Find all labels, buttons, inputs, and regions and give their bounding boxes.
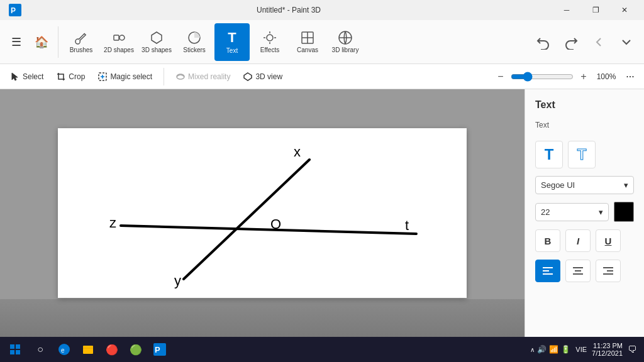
language-indicator[interactable]: VIE: [575, 346, 587, 353]
label-y: y: [174, 273, 181, 288]
view-3d-label: 3D view: [255, 72, 282, 81]
taskbar-search[interactable]: ○: [29, 338, 52, 361]
tool-text[interactable]: T Text: [214, 23, 250, 61]
crop-tool[interactable]: Crop: [51, 69, 90, 84]
tool-3d-shapes[interactable]: 3D shapes: [139, 23, 174, 61]
svg-text:P: P: [155, 345, 160, 354]
color-picker[interactable]: [614, 202, 634, 222]
drawing-canvas[interactable]: x y z O t: [58, 128, 467, 298]
tray-battery[interactable]: 🔋: [561, 345, 570, 354]
minimize-button[interactable]: ─: [552, 0, 581, 20]
title-bar: P Untitled* - Paint 3D ─ ❐ ✕: [0, 0, 644, 20]
window-controls: ─ ❐ ✕: [552, 0, 639, 20]
text-plain-button[interactable]: T: [535, 141, 563, 168]
svg-line-16: [121, 226, 416, 234]
tool-canvas[interactable]: Canvas: [290, 23, 325, 61]
select-tool[interactable]: Select: [5, 69, 48, 84]
canvas-area[interactable]: x y z O t: [0, 89, 525, 337]
font-family-select[interactable]: Segoe UI ▾: [535, 176, 634, 194]
undo-button[interactable]: [531, 30, 556, 55]
svg-rect-28: [16, 344, 20, 349]
zoom-in-button[interactable]: +: [576, 69, 591, 84]
notification-icon[interactable]: 🗨: [628, 344, 636, 354]
system-clock[interactable]: 11:23 PM 7/12/2021: [592, 342, 623, 357]
zoom-slider[interactable]: [511, 72, 574, 82]
align-row: [535, 260, 634, 282]
select-label: Select: [23, 72, 43, 81]
font-size-select[interactable]: 22 ▾: [535, 203, 609, 221]
tray-wifi[interactable]: 📶: [549, 345, 558, 354]
tool-2d-shapes-label: 2D shapes: [104, 47, 134, 53]
taskbar-app-edge[interactable]: e: [53, 338, 75, 361]
font-size-value: 22: [541, 207, 550, 217]
align-left-button[interactable]: [535, 260, 560, 282]
tool-2d-shapes[interactable]: 2D shapes: [101, 23, 136, 61]
label-o: O: [270, 216, 281, 232]
svg-rect-27: [10, 344, 14, 349]
home-button[interactable]: 🏠: [30, 23, 53, 61]
close-button[interactable]: ✕: [610, 0, 639, 20]
text-section-label: Text: [535, 121, 634, 129]
redo-button[interactable]: [558, 30, 584, 55]
tray-chevron[interactable]: ∧: [530, 346, 535, 353]
zoom-percentage: 100%: [594, 72, 619, 81]
magic-select-tool[interactable]: Magic select: [92, 69, 157, 84]
maximize-button[interactable]: ❐: [581, 0, 610, 20]
svg-rect-29: [10, 350, 14, 354]
tool-text-label: Text: [226, 47, 238, 54]
more-tools-button[interactable]: [614, 30, 639, 55]
mixed-reality-tool[interactable]: Mixed reality: [170, 69, 235, 84]
back-button[interactable]: [586, 30, 611, 55]
zoom-out-button[interactable]: −: [493, 69, 508, 84]
taskbar-tray: ∧ 🔊 📶 🔋: [530, 345, 570, 354]
tool-effects-label: Effects: [260, 47, 279, 53]
more-options-button[interactable]: ···: [621, 68, 639, 85]
format-row: B I U: [535, 229, 634, 252]
label-x: x: [294, 144, 301, 160]
tool-stickers[interactable]: Stickers: [177, 23, 212, 61]
tray-speaker[interactable]: 🔊: [537, 345, 547, 354]
align-center-button[interactable]: [565, 260, 591, 282]
taskbar-app-3[interactable]: 🔴: [101, 338, 123, 361]
tool-brushes[interactable]: Brushes: [64, 23, 99, 61]
magic-select-label: Magic select: [110, 72, 152, 81]
start-button[interactable]: [3, 338, 28, 361]
svg-marker-15: [244, 73, 252, 80]
view-3d-tool[interactable]: 3D view: [238, 69, 287, 84]
underline-button[interactable]: U: [596, 229, 621, 252]
crop-label: Crop: [69, 72, 85, 81]
svg-text:e: e: [61, 347, 65, 354]
taskbar-app-4[interactable]: 🟢: [125, 338, 147, 361]
panel-title: Text: [535, 99, 634, 111]
tool-3d-library-label: 3D library: [332, 47, 359, 53]
italic-button[interactable]: I: [565, 229, 591, 252]
text-style-row: T T: [535, 141, 634, 168]
bold-button[interactable]: B: [535, 229, 560, 252]
taskbar-right: ∧ 🔊 📶 🔋 VIE 11:23 PM 7/12/2021 🗨: [530, 342, 641, 357]
svg-point-5: [267, 35, 273, 41]
align-right-button[interactable]: [596, 260, 621, 282]
taskbar: ○ e 🔴 🟢 P ∧ 🔊 📶 🔋 VIE 11:23 PM 7/12/2021…: [0, 337, 644, 362]
svg-rect-30: [16, 350, 20, 354]
taskbar-app-files[interactable]: [77, 338, 99, 361]
font-family-value: Segoe UI: [541, 180, 575, 190]
tool-3d-library[interactable]: 3D library: [328, 23, 363, 61]
main-area: x y z O t Text Text T T Segoe UI ▾ 22: [0, 89, 644, 337]
canvas-shadow: [0, 299, 525, 337]
clock-time: 11:23 PM: [593, 342, 623, 349]
tool-brushes-label: Brushes: [70, 47, 93, 53]
text-outline-button[interactable]: T: [568, 141, 596, 168]
tool-3d-shapes-label: 3D shapes: [142, 47, 172, 53]
menu-button[interactable]: ☰: [5, 23, 28, 61]
svg-line-17: [184, 160, 309, 279]
zoom-control: − + 100% ···: [493, 68, 639, 85]
secondary-toolbar: Select Crop Magic select Mixed reality 3…: [0, 64, 644, 89]
taskbar-app-paint3d[interactable]: P: [148, 338, 171, 361]
clock-date: 7/12/2021: [592, 349, 623, 357]
app-icon: P: [5, 4, 25, 16]
svg-rect-2: [114, 35, 119, 40]
tool-effects[interactable]: Effects: [252, 23, 287, 61]
font-size-row: 22 ▾: [535, 202, 634, 222]
svg-rect-33: [83, 346, 93, 354]
right-panel: Text Text T T Segoe UI ▾ 22 ▾ B: [525, 89, 644, 337]
